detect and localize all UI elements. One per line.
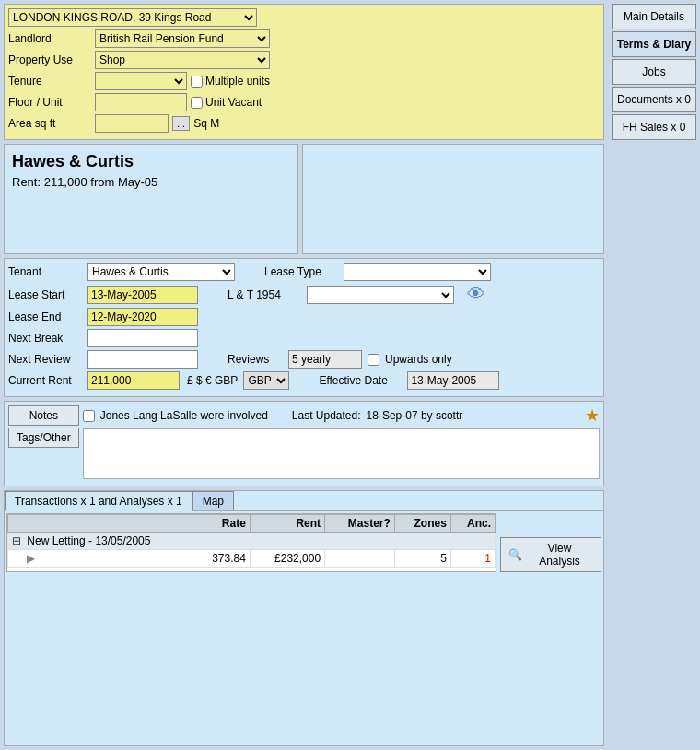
row-zones: 5 (394, 550, 450, 568)
col-description (8, 515, 192, 533)
tenure-select[interactable] (95, 72, 187, 90)
table-group-row: ⊟ New Letting - 13/05/2005 (8, 533, 496, 550)
next-review-label: Next Review (8, 353, 82, 366)
tenant-label: Tenant (8, 265, 82, 278)
notes-textarea[interactable] (83, 428, 600, 479)
tenant-select[interactable]: Hawes & Curtis (88, 263, 235, 281)
view-analysis-button[interactable]: 🔍 View Analysis (500, 537, 601, 572)
floor-unit-label: Floor / Unit (8, 96, 91, 109)
currency-symbols: £ $ € GBP (187, 374, 238, 387)
upwards-only-label: Upwards only (385, 353, 452, 366)
view-analysis-icon: 🔍 (508, 548, 522, 561)
next-break-label: Next Break (8, 332, 82, 345)
multiple-units-checkbox[interactable] (191, 76, 203, 88)
col-anc: Anc. (450, 515, 495, 533)
col-master: Master? (325, 515, 395, 533)
tab-transactions[interactable]: Transactions x 1 and Analyses x 1 (5, 491, 192, 511)
sq-m-label: Sq M (193, 117, 219, 130)
col-rate: Rate (192, 515, 251, 533)
row-rent: £232,000 (250, 550, 324, 568)
area-sq-ft-label: Area sq ft (8, 117, 91, 130)
sidebar-fh-sales-button[interactable]: FH Sales x 0 (612, 114, 696, 140)
expand-icon[interactable]: ⊟ (12, 534, 21, 547)
next-review-input[interactable] (88, 350, 198, 369)
tenant-rent: Rent: 211,000 from May-05 (12, 175, 290, 189)
reviews-label: Reviews (228, 353, 283, 366)
unit-vacant-checkbox-label[interactable]: Unit Vacant (191, 96, 262, 109)
next-break-input[interactable] (88, 329, 198, 347)
lt1954-select[interactable] (307, 286, 454, 304)
row-rate: 373.84 (192, 550, 251, 568)
notes-button[interactable]: Notes (8, 405, 79, 426)
table-row: ▶ 373.84 £232,000 5 1 (8, 550, 496, 568)
group-row-label: New Letting - 13/05/2005 (27, 534, 150, 547)
area-sq-ft-input[interactable] (95, 114, 169, 133)
unit-vacant-checkbox[interactable] (191, 97, 203, 109)
lease-start-label: Lease Start (8, 288, 82, 301)
property-use-label: Property Use (8, 53, 91, 66)
multiple-units-checkbox-label[interactable]: Multiple units (191, 75, 270, 88)
current-rent-label: Current Rent (8, 374, 82, 387)
jones-lang-checkbox[interactable] (83, 410, 95, 422)
view-analysis-label: View Analysis (526, 542, 593, 568)
row-expand-icon[interactable]: ▶ (8, 550, 192, 568)
tags-other-button[interactable]: Tags/Other (8, 428, 79, 448)
landlord-select[interactable]: British Rail Pension Fund (95, 29, 270, 48)
row-anc: 1 (450, 550, 495, 568)
reviews-value-input[interactable] (288, 350, 362, 369)
lease-start-input[interactable] (88, 286, 198, 304)
tenure-label: Tenure (8, 75, 91, 88)
floor-unit-input[interactable] (95, 93, 187, 111)
upwards-only-checkbox[interactable] (368, 354, 379, 366)
middle-right-area (302, 144, 604, 254)
lt1954-label: L & T 1954 (228, 288, 301, 301)
address-select[interactable]: LONDON KINGS ROAD, 39 Kings Road (8, 8, 257, 27)
tabs-header: Transactions x 1 and Analyses x 1 Map (5, 491, 603, 511)
effective-date-label: Effective Date (319, 374, 402, 387)
col-zones: Zones (394, 515, 450, 533)
lease-end-input[interactable] (88, 308, 198, 326)
sidebar-main-details-button[interactable]: Main Details (612, 4, 696, 29)
sidebar-documents-button[interactable]: Documents x 0 (612, 87, 696, 112)
effective-date-input[interactable] (407, 371, 499, 390)
transactions-table: Rate Rent Master? Zones Anc. ⊟ (7, 514, 496, 568)
tab-map[interactable]: Map (192, 491, 234, 510)
currency-select[interactable]: GBP (243, 371, 289, 390)
col-rent: Rent (250, 515, 324, 533)
jones-lang-label: Jones Lang LaSalle were involved (100, 409, 268, 422)
tenant-info-box: Hawes & Curtis Rent: 211,000 from May-05 (4, 144, 298, 254)
last-updated-value: 18-Sep-07 by scottr (367, 409, 463, 422)
area-dots-button[interactable]: ... (172, 116, 190, 131)
lease-type-select[interactable] (344, 263, 491, 281)
last-updated-label: Last Updated: (292, 409, 361, 422)
row-arrow-icon[interactable]: ▶ (27, 552, 35, 565)
sidebar-terms-diary-button[interactable]: Terms & Diary (612, 31, 696, 57)
property-use-select[interactable]: Shop (95, 51, 270, 69)
sidebar-jobs-button[interactable]: Jobs (612, 59, 696, 85)
right-sidebar: Main Details Terms & Diary Jobs Document… (608, 0, 700, 750)
landlord-label: Landlord (8, 32, 91, 45)
gold-star-icon: ★ (585, 405, 600, 426)
lease-end-label: Lease End (8, 311, 82, 323)
row-master (325, 550, 395, 568)
current-rent-input[interactable] (88, 371, 180, 390)
lease-type-label: Lease Type (264, 265, 338, 278)
tenant-name: Hawes & Curtis (12, 152, 290, 171)
eye-icon[interactable]: 👁 (467, 284, 485, 305)
